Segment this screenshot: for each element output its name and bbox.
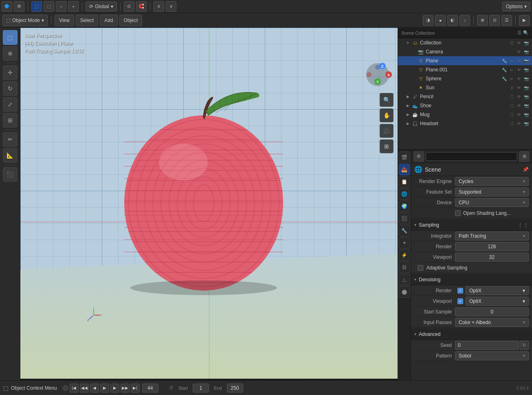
- sun-filter-icon[interactable]: ⊻: [508, 84, 515, 91]
- plane001-restrict-icon[interactable]: ⊳: [508, 66, 515, 73]
- gizmo-btn[interactable]: ⊕: [477, 15, 488, 26]
- select-tool-btn[interactable]: ⬚: [31, 1, 42, 12]
- blender-icon-btn[interactable]: 🔷: [2, 1, 12, 12]
- select-box-tool[interactable]: ⬚: [3, 30, 18, 45]
- props-expand-btn[interactable]: ⊞: [519, 151, 530, 162]
- select-btn[interactable]: Select: [76, 15, 98, 26]
- file-menu-btn[interactable]: ⚙: [14, 1, 24, 12]
- headset-eye-icon[interactable]: 👁: [516, 120, 522, 127]
- pencil-eye-icon[interactable]: 👁: [516, 93, 522, 100]
- particles-tab[interactable]: ✦: [399, 237, 410, 249]
- zoom-in-btn[interactable]: 🔍: [380, 93, 394, 107]
- measure-tool[interactable]: 📐: [3, 148, 18, 163]
- seed-cycle-btn[interactable]: ↻: [520, 341, 529, 350]
- feature-set-dropdown[interactable]: Supported ▾: [455, 188, 529, 196]
- denoising-section-header[interactable]: ▾ Denoising: [411, 274, 532, 285]
- mug-check-icon[interactable]: ☐: [508, 111, 515, 118]
- outliner-plane[interactable]: ▽ Plane 🔧 ⊳ 👁 📷: [398, 56, 532, 65]
- scene-tab[interactable]: 🌐: [399, 188, 410, 200]
- collection-camera-icon[interactable]: 📷: [523, 40, 530, 46]
- sphere-restrict-icon[interactable]: ⊳: [508, 75, 515, 82]
- adaptive-sampling-checkbox[interactable]: [418, 265, 423, 271]
- view-layer-tab[interactable]: 📋: [399, 176, 410, 188]
- outliner-headset[interactable]: ▶ 🎧 Headset ☐ 👁 📷: [398, 119, 532, 128]
- sun-eye-icon[interactable]: 👁: [516, 84, 522, 91]
- input-passes-dropdown[interactable]: Color + Albedo ▾: [455, 318, 529, 327]
- render-denoise-dropdown[interactable]: OptiX ▾: [466, 286, 529, 295]
- next-frame-btn[interactable]: ▶▶: [121, 384, 130, 393]
- outliner-shoe[interactable]: ▶ 👟 Shoe ☐ 👁 📷: [398, 101, 532, 110]
- material-tab[interactable]: ⬤: [399, 286, 410, 298]
- plane001-camera-icon[interactable]: 📷: [523, 66, 530, 73]
- prev-key-btn[interactable]: ◀: [90, 384, 99, 393]
- filter-btn[interactable]: ∨: [166, 1, 176, 12]
- object-btn[interactable]: Object: [119, 15, 143, 26]
- plane001-eye-icon[interactable]: 👁: [516, 66, 522, 73]
- current-frame[interactable]: 44: [142, 384, 158, 393]
- add-btn[interactable]: Add: [100, 15, 117, 26]
- pan-btn[interactable]: ✋: [380, 108, 394, 122]
- overlay-btn[interactable]: ⊙: [489, 15, 500, 26]
- sphere-filter-icon[interactable]: 🔧: [501, 75, 508, 82]
- physics-tab[interactable]: ⚡: [399, 249, 410, 261]
- pin-icon[interactable]: 📌: [523, 167, 529, 172]
- outliner-sun[interactable]: ☀ Sun ⊻ 👁 📷: [398, 83, 532, 92]
- apple-object[interactable]: [102, 64, 306, 309]
- shoe-eye-icon[interactable]: 👁: [516, 102, 522, 109]
- outliner-collection[interactable]: ▾ 🗂 Collection ☑ 👁 📷: [398, 38, 532, 47]
- grid-btn[interactable]: ⊞: [380, 139, 394, 153]
- shoe-camera-icon[interactable]: 📷: [523, 102, 530, 109]
- sphere-eye-icon[interactable]: 👁: [516, 75, 522, 82]
- sampling-dots-btn[interactable]: ⋮⋮: [517, 222, 529, 228]
- headset-camera-icon[interactable]: 📷: [523, 120, 530, 127]
- pattern-dropdown[interactable]: Sobol ▾: [455, 351, 529, 360]
- mode-dropdown[interactable]: ⬚ Object Mode ▾: [2, 15, 48, 26]
- pencil-camera-icon[interactable]: 📷: [523, 93, 530, 100]
- outliner-plane001[interactable]: ▽ Plane.001 🔧 ⊳ 👁 📷: [398, 65, 532, 74]
- viewport-shading4-btn[interactable]: ○: [459, 15, 470, 26]
- rotate-tool[interactable]: ↻: [3, 81, 18, 96]
- collection-eye-icon[interactable]: 👁: [516, 40, 522, 46]
- render-denoise-checkbox[interactable]: [457, 288, 463, 293]
- xray-btn[interactable]: ☰: [501, 15, 512, 26]
- modifier-tab[interactable]: 🔧: [399, 225, 410, 236]
- move-tool[interactable]: ✛: [3, 65, 18, 80]
- camera-btn[interactable]: 🎥: [380, 124, 394, 138]
- shoe-check-icon[interactable]: ☐: [508, 102, 515, 109]
- collection-expand[interactable]: ▾: [405, 40, 410, 45]
- render-samples-input[interactable]: 128: [455, 242, 529, 251]
- outliner-sphere[interactable]: ▽ Sphere 🔧 ⊳ 👁 📷: [398, 74, 532, 83]
- seed-input[interactable]: 0: [455, 341, 519, 350]
- annotate-tool[interactable]: ✏: [3, 132, 18, 147]
- viewport[interactable]: X Y Z User Perspective (44) Collection |…: [20, 28, 398, 380]
- prev-frame-btn[interactable]: ◀◀: [80, 384, 89, 393]
- jump-start-btn[interactable]: |◀: [70, 384, 79, 393]
- outliner-filter-icon[interactable]: ☰: [517, 30, 521, 35]
- sampling-section-header[interactable]: ▾ Sampling ⋮⋮: [411, 219, 532, 231]
- keyframe-dot[interactable]: [63, 385, 68, 391]
- annotation-btn[interactable]: ∧: [154, 1, 164, 12]
- outliner-camera[interactable]: 📷 Camera 👁 📷: [398, 47, 532, 56]
- advanced-section-header[interactable]: ▾ Advanced: [411, 329, 532, 340]
- object-tab[interactable]: ⬛: [399, 213, 410, 224]
- plane-camera-icon[interactable]: 📷: [523, 57, 530, 64]
- plane-restrict-icon[interactable]: ⊳: [508, 57, 515, 64]
- viewport-gizmo[interactable]: Z X Y: [363, 60, 392, 89]
- next-key-btn[interactable]: ▶: [110, 384, 119, 393]
- outliner-search-icon[interactable]: 🔍: [523, 30, 529, 35]
- mug-eye-icon[interactable]: 👁: [516, 111, 522, 118]
- plane-filter-icon[interactable]: 🔧: [501, 57, 508, 64]
- viewport-shading3-btn[interactable]: ◐: [447, 15, 458, 26]
- viewport-shading1-btn[interactable]: ◑: [423, 15, 433, 26]
- lasso-tool-btn[interactable]: ⬚: [44, 1, 54, 12]
- viewport-denoise-dropdown[interactable]: OptiX ▾: [466, 297, 529, 306]
- camera-eye-icon[interactable]: 👁: [516, 49, 522, 55]
- render-engine-dropdown[interactable]: Cycles ▾: [455, 177, 529, 186]
- scale-tool[interactable]: ⤢: [3, 97, 18, 112]
- collection-check-icon[interactable]: ☑: [508, 40, 515, 46]
- viewport-shading2-btn[interactable]: ●: [435, 15, 446, 26]
- transform-tool[interactable]: ⊞: [3, 113, 18, 128]
- output-tab[interactable]: 📤: [399, 164, 410, 175]
- plane001-filter-icon[interactable]: 🔧: [501, 66, 508, 73]
- options-dropdown[interactable]: Options ▾: [502, 2, 530, 11]
